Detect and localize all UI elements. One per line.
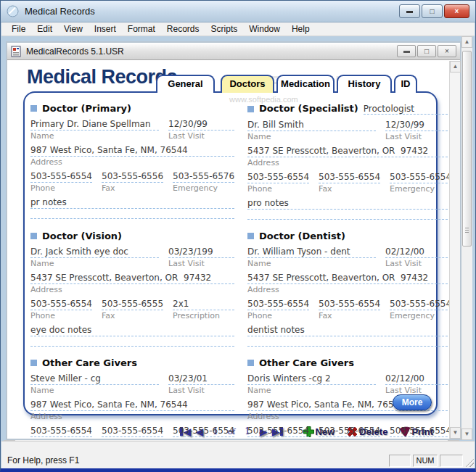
menu-edit[interactable]: Edit	[31, 23, 58, 35]
menu-file[interactable]: File	[6, 23, 31, 35]
phone-label: Phone	[30, 311, 92, 320]
emergency-label: Emergency	[390, 311, 449, 320]
address-field[interactable]: 5437 SE Presscott, Beaverton, OR 97432	[247, 146, 449, 157]
num-lock-indicator: NUM	[413, 455, 438, 467]
phone-label: Phone	[247, 311, 309, 320]
menu-view[interactable]: View	[58, 23, 89, 35]
address-label: Address	[30, 285, 234, 294]
menu-records[interactable]: Records	[161, 23, 205, 35]
name-field[interactable]: Doris Winters -cg 2	[247, 373, 376, 385]
emergency-field[interactable]: 503-555-6576	[173, 171, 234, 183]
section-bullet-icon	[247, 360, 254, 366]
last-visit-field[interactable]: 12/30/99	[168, 119, 234, 131]
tab-id[interactable]: ID	[394, 75, 417, 93]
notes-field[interactable]: pr notes	[30, 197, 234, 209]
emergency-field[interactable]: 503-555-6554	[390, 172, 449, 183]
phone-field[interactable]: 503-555-6554	[30, 171, 92, 183]
section-title: Doctor (Primary)	[42, 103, 131, 114]
emergency-field[interactable]: 503-555-6554	[390, 299, 449, 310]
address-field[interactable]: 5437 SE Presscott, Beaverton, OR 97432	[30, 273, 234, 284]
fax-field[interactable]: 503-555-6554	[319, 426, 380, 437]
last-visit-label: Last Visit	[385, 259, 449, 268]
child-window-controls: □ ×	[397, 45, 456, 57]
tab-history[interactable]: History	[337, 75, 392, 93]
phone-field[interactable]: 503-555-6554	[30, 299, 92, 310]
fax-field[interactable]: 503-555-6554	[319, 299, 380, 310]
child-titlebar: MedicalRecords 5.1.USR □ ×	[7, 43, 460, 60]
child-minimize-button[interactable]	[397, 45, 416, 57]
last-visit-label: Last Visit	[168, 259, 234, 268]
last-visit-label: Last Visit	[385, 132, 449, 141]
name-field[interactable]: Dr. William Tyson - dent	[247, 247, 376, 258]
emergency-field[interactable]: 503-555-6554	[173, 426, 234, 437]
section-bullet-icon	[30, 105, 37, 112]
name-field[interactable]: Dr. Jack Smith eye doc	[30, 247, 159, 258]
fax-field[interactable]: 503-555-6554	[319, 172, 380, 183]
section-header: Other Care Givers	[30, 357, 234, 368]
child-vertical-scrollbar[interactable]: ▲ ▼	[449, 61, 460, 439]
name-label: Name	[247, 259, 376, 268]
last-visit-field[interactable]: 02/12/00	[385, 247, 449, 258]
app-vertical-scrollbar[interactable]: ▲ ▼	[461, 36, 472, 440]
last-visit-field[interactable]: 02/12/00	[385, 373, 449, 385]
fax-field[interactable]: 503-555-6554	[102, 426, 163, 437]
app-scroll-down-icon[interactable]: ▼	[461, 428, 472, 440]
last-visit-field[interactable]: 03/23/01	[168, 373, 234, 385]
phone-field[interactable]: 503-555-6554	[247, 172, 309, 183]
app-scroll-up-icon[interactable]: ▲	[461, 36, 472, 48]
menu-insert[interactable]: Insert	[89, 23, 122, 35]
tab-doctors[interactable]: Doctors	[221, 75, 274, 93]
name-field[interactable]: Dr. Bill Smith	[247, 120, 376, 131]
emergency-field[interactable]: 2x1	[173, 299, 234, 310]
notes-field[interactable]: eye doc notes	[30, 325, 234, 336]
child-maximize-button[interactable]: □	[417, 45, 436, 57]
notes-extra-line[interactable]	[247, 211, 449, 220]
minimize-button[interactable]	[399, 4, 420, 18]
name-field[interactable]: Steve Miller - cg	[30, 373, 159, 385]
emergency-field[interactable]: 503-555-6554	[390, 426, 449, 437]
sections-grid: Doctor (Primary) Primary Dr. Diane Spell…	[30, 103, 432, 439]
status-bar: For Help, press F1 NUM	[1, 441, 475, 468]
section-header: Doctor (Vision)	[30, 231, 234, 241]
child-scroll-down-icon[interactable]: ▼	[450, 427, 461, 439]
emergency-label: Emergency	[390, 184, 449, 194]
address-field[interactable]: 987 West Pico, Santa Fe, NM, 76544	[30, 145, 234, 157]
last-visit-field[interactable]: 03/23/199	[168, 247, 234, 258]
phone-field[interactable]: 503-555-6554	[247, 299, 309, 310]
section-bullet-icon	[247, 106, 254, 112]
notes-extra-line[interactable]	[30, 210, 234, 219]
notes-field[interactable]: dentist notes	[247, 325, 449, 336]
section-header: Doctor (Dentist)	[247, 231, 449, 241]
section-subtitle-field[interactable]: Proctologist	[364, 104, 449, 115]
more-button[interactable]: More	[393, 394, 432, 410]
last-visit-field[interactable]: 12/30/99	[385, 120, 449, 131]
menu-scripts[interactable]: Scripts	[205, 23, 244, 35]
notes-extra-line[interactable]	[247, 338, 449, 347]
tab-medication[interactable]: Medication	[276, 75, 335, 93]
phone-field[interactable]: 503-555-6554	[247, 426, 309, 437]
address-field[interactable]: 5437 SE Presscott, Beaverton, OR 97432	[247, 273, 449, 284]
menu-format[interactable]: Format	[122, 23, 161, 35]
menu-help[interactable]: Help	[286, 23, 316, 35]
vertical-scroll-thumb[interactable]	[462, 51, 472, 247]
menu-window[interactable]: Window	[243, 23, 286, 35]
fax-field[interactable]: 503-555-6556	[102, 171, 163, 183]
tab-general[interactable]: General	[156, 75, 215, 93]
maximize-button[interactable]: □	[422, 4, 443, 18]
address-field[interactable]: 987 West Pico, Santa Fe, NM, 76544	[30, 399, 234, 411]
section-header: Doctor (Specialist) Proctologist	[247, 103, 449, 115]
name-label: Name	[30, 131, 159, 141]
close-button[interactable]: ×	[444, 4, 469, 18]
child-window: MedicalRecords 5.1.USR □ × Medical Recor…	[6, 41, 461, 440]
child-scroll-up-icon[interactable]: ▲	[450, 61, 461, 73]
child-close-button[interactable]: ×	[438, 45, 456, 57]
child-client-area: Medical Records SOFTPEDIA™ GeneralDoctor…	[7, 61, 449, 439]
phone-field[interactable]: 503-555-6554	[30, 426, 92, 437]
emergency-label: Emergency	[173, 438, 234, 439]
fax-field[interactable]: 503-555-6555	[102, 299, 163, 310]
name-field[interactable]: Primary Dr. Diane Spellman	[30, 119, 159, 131]
last-visit-label: Last Visit	[168, 131, 234, 141]
status-pane-empty-2	[440, 455, 463, 467]
notes-field[interactable]: pro notes	[247, 198, 449, 210]
notes-extra-line[interactable]	[30, 338, 234, 347]
